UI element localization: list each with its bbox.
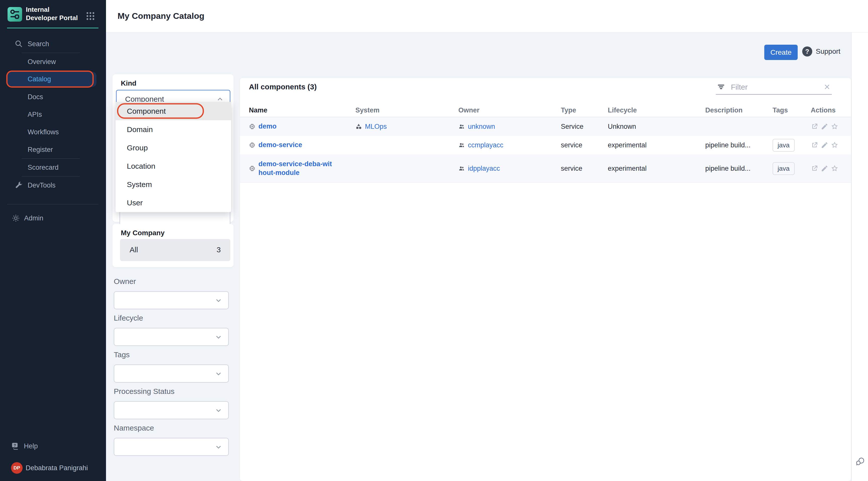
entity-link[interactable]: demo-service (258, 140, 302, 149)
column-header-description[interactable]: Description (705, 106, 773, 114)
avatar: DP (11, 462, 23, 474)
table-title: All components (3) (249, 83, 317, 91)
chat-bubbles-icon[interactable] (855, 457, 865, 467)
tags-cell: java (773, 139, 811, 152)
open-in-new-icon[interactable] (811, 165, 818, 172)
sidebar-item-search[interactable]: Search (0, 35, 106, 53)
lifecycle-filter: Lifecycle (114, 314, 229, 346)
sidebar-bottom: ? Help DP Debabrata Panigrahi (0, 437, 106, 481)
component-chip-icon (249, 142, 255, 148)
table-row: demo MLOps unknown Service Unknown (240, 117, 851, 136)
table-row: demo-service ccmplayacc service experime… (240, 136, 851, 154)
chevron-down-icon (215, 371, 222, 377)
search-icon (14, 40, 23, 48)
edit-pencil-icon[interactable] (821, 165, 828, 172)
namespace-label: Namespace (114, 424, 229, 432)
filter-list-icon (717, 83, 725, 91)
type-cell: Service (561, 123, 608, 131)
open-in-new-icon[interactable] (811, 123, 818, 130)
star-icon[interactable] (831, 165, 838, 172)
apps-grid-icon[interactable] (86, 11, 95, 21)
right-gutter (851, 32, 868, 481)
edit-pencil-icon[interactable] (821, 141, 828, 149)
column-header-tags[interactable]: Tags (773, 106, 811, 114)
owner-link[interactable]: idpplayacc (468, 165, 500, 172)
owner-link[interactable]: ccmplayacc (468, 141, 503, 149)
column-header-lifecycle[interactable]: Lifecycle (608, 106, 705, 114)
sidebar-item-label: Search (28, 40, 49, 48)
sidebar-item-scorecard[interactable]: Scorecard (0, 159, 106, 176)
kind-option-system[interactable]: System (116, 175, 231, 194)
entity-link[interactable]: demo-service-deba-wit hout-module (258, 160, 332, 177)
kind-option-location[interactable]: Location (116, 157, 231, 175)
table-body: demo MLOps unknown Service Unknown (240, 117, 851, 183)
namespace-select[interactable] (114, 438, 229, 456)
actions-cell (811, 141, 851, 149)
system-link[interactable]: MLOps (365, 123, 387, 131)
kind-dropdown-menu: Component Domain Group Location System U… (116, 102, 231, 212)
user-menu[interactable]: DP Debabrata Panigrahi (0, 455, 106, 481)
support-button[interactable]: ? Support (802, 46, 840, 57)
tags-select[interactable] (114, 364, 229, 383)
group-people-icon (458, 165, 465, 172)
lifecycle-label: Lifecycle (114, 314, 229, 322)
sidebar: Internal Developer Portal Search Overvie… (0, 0, 106, 481)
tag-chip[interactable]: java (773, 139, 795, 152)
kind-option-component[interactable]: Component (116, 102, 231, 120)
create-button[interactable]: Create (764, 45, 798, 60)
column-header-owner[interactable]: Owner (458, 106, 561, 114)
wrench-icon (14, 181, 23, 190)
kind-option-user[interactable]: User (116, 194, 231, 212)
column-header-type[interactable]: Type (561, 106, 608, 114)
count-badge: 3 (217, 246, 221, 254)
brand: Internal Developer Portal (0, 0, 106, 28)
my-company-label: My Company (121, 229, 164, 237)
star-icon[interactable] (831, 141, 838, 149)
sidebar-item-workflows[interactable]: Workflows (0, 123, 106, 141)
kind-label: Kind (121, 79, 136, 87)
table-filter (716, 80, 832, 95)
brand-title: Internal Developer Portal (26, 5, 81, 22)
column-header-system[interactable]: System (355, 106, 458, 114)
sidebar-item-register[interactable]: Register (0, 141, 106, 158)
table-header-row: Name System Owner Type Lifecycle Descrip… (240, 104, 851, 117)
tag-chip[interactable]: java (773, 162, 795, 175)
kind-option-group[interactable]: Group (116, 138, 231, 157)
main-content: Create ? Support Kind Component Componen… (106, 32, 851, 481)
sidebar-item-catalog[interactable]: Catalog (0, 70, 106, 88)
description-cell: pipeline build... (705, 165, 773, 172)
component-chip-icon (249, 165, 255, 172)
active-item-highlight: Catalog (7, 72, 96, 87)
clear-filter-icon[interactable] (823, 83, 831, 91)
open-in-new-icon[interactable] (811, 141, 818, 149)
actions-cell (811, 165, 851, 172)
group-people-icon (458, 123, 465, 130)
sidebar-item-help[interactable]: ? Help (0, 437, 106, 455)
sidebar-item-apis[interactable]: APIs (0, 106, 106, 123)
sidebar-item-admin[interactable]: Admin (0, 204, 106, 232)
sidebar-nav: Search Overview Catalog Docs APIs Workfl… (0, 35, 106, 232)
chevron-up-icon (217, 96, 223, 102)
sidebar-item-docs[interactable]: Docs (0, 88, 106, 106)
owner-link[interactable]: unknown (468, 123, 495, 131)
star-icon[interactable] (831, 123, 838, 130)
sidebar-item-overview[interactable]: Overview (0, 53, 106, 70)
app-logo-icon (7, 7, 22, 22)
column-header-name[interactable]: Name (249, 106, 355, 114)
page-title: My Company Catalog (118, 11, 205, 21)
processing-status-select[interactable] (114, 401, 229, 419)
column-header-actions[interactable]: Actions (811, 106, 851, 114)
type-cell: service (561, 141, 608, 149)
entity-link[interactable]: demo (258, 122, 277, 131)
table-filter-input[interactable] (731, 82, 814, 92)
svg-text:?: ? (13, 443, 16, 447)
owner-select[interactable] (114, 291, 229, 309)
lifecycle-select[interactable] (114, 328, 229, 346)
processing-status-label: Processing Status (114, 387, 229, 396)
chevron-down-icon (215, 334, 222, 341)
sidebar-item-devtools[interactable]: DevTools (0, 177, 106, 194)
kind-option-domain[interactable]: Domain (116, 120, 231, 138)
edit-pencil-icon[interactable] (821, 123, 828, 130)
type-cell: service (561, 165, 608, 172)
my-company-all-option[interactable]: All 3 (120, 239, 230, 261)
